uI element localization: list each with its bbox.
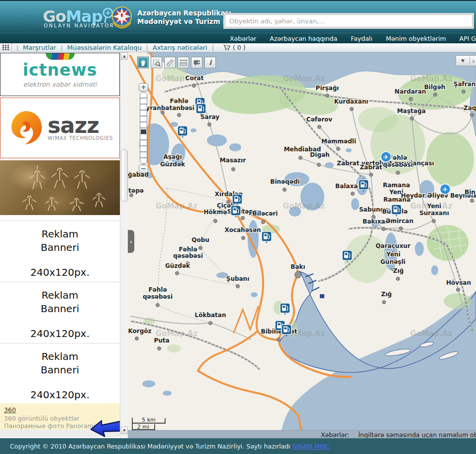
map-label: Məmmədli [321,138,356,145]
chevron-right-icon: › [472,57,475,65]
town-dot [326,94,329,98]
scale-km: 5 km [142,417,156,423]
link-search-results[interactable]: Axtarış nəticələri [153,44,207,51]
chevron-down-icon: ▼ [461,58,465,63]
map-label: Saray [200,114,219,120]
gas-station-marker[interactable] [232,194,242,206]
link-routes[interactable]: Marşrutlar [23,44,56,51]
cart-button[interactable]: ( 0 ) [223,44,246,51]
gas-station-marker[interactable] [178,126,188,138]
gas-station-marker[interactable] [391,205,401,217]
ruler-tool-button[interactable] [164,57,176,68]
scroll-down-button[interactable]: ▼ [121,427,128,434]
zoom-in-button[interactable]: + [139,83,148,92]
map-label: Hövsan [446,279,471,286]
town-dot [396,277,400,281]
town-dot [241,217,245,220]
petroglyph-figures [0,160,120,215]
town-dot [236,285,240,288]
measure-tool-button[interactable] [178,57,189,68]
town-dot [295,272,301,278]
sidebar-scrollbar[interactable]: ▲ ▼ [120,52,128,437]
pan-tool-button[interactable] [137,57,149,68]
search-input[interactable] [225,14,473,27]
gas-station-marker[interactable] [196,104,206,115]
menu-item-about-azerbaijan[interactable]: Azərbaycan haqqında [270,35,337,42]
map-label: Günəşli [381,258,405,265]
map-label: Güzdək [160,161,186,168]
map-label: Fəhlə [170,98,188,105]
ad-banner-sazz[interactable]: sazz WIMAX TECHNOLOGIES [0,98,120,158]
menu-item-news[interactable]: Xəbərlər [230,35,256,42]
zoom-select-tool-button[interactable] [151,57,162,68]
link-business-catalog[interactable]: Müəssisələrin Kataloqu [67,44,142,51]
banner-line2: Banneri [0,363,120,377]
town-dot [178,114,181,117]
map-label: Cəfərov [306,116,332,123]
gas-station-marker[interactable] [282,325,291,337]
scrollbar-thumb[interactable] [121,149,128,202]
scroll-up-button[interactable]: ▲ [121,52,128,60]
town-dot [350,108,354,111]
map-label: Qobu [191,236,209,243]
map-label: Zabrat [360,164,382,171]
menu-item-my-objects[interactable]: Mənim obyektlərim [386,35,446,42]
ad-placeholder-banner[interactable]: Reklam Banneri 240x120px. [0,343,120,404]
ad-placeholder-banner[interactable]: Reklam Banneri 240x120px. [0,282,120,342]
panorama-360-link[interactable]: 360 [4,406,16,414]
town-dot [176,272,179,275]
zoom-out-button[interactable]: − [139,165,148,173]
zoom-box-icon [152,58,161,67]
ad-banner-ictnews[interactable]: ictnews elektron xəbər xidməti [0,53,120,96]
town-dot [432,220,436,223]
sazz-title: sazz [48,115,113,135]
menu-item-api[interactable]: API GoMap [460,35,476,42]
map-label: Pirşağı [316,85,339,92]
svg-text:i: i [209,59,212,66]
ictnews-logo-icon [46,53,75,60]
gas-station-marker[interactable] [280,303,290,315]
map-label: çtəpə [128,187,144,194]
map-watermark: GoMap.Az [410,74,453,83]
gas-station-marker[interactable] [262,231,272,243]
gas-station-marker[interactable] [359,180,369,192]
gas-station-marker[interactable] [342,250,352,262]
banner-line2: Banneri [0,241,120,254]
info-tool-button[interactable]: i [204,57,216,68]
news-ticker[interactable]: Xəbərlər:İngiltərə səmasında uçan naməlu… [128,430,476,438]
map-watermark: GoMap.Az [283,74,325,83]
layer-dropdown-button[interactable]: ▼ › [456,55,476,66]
ictnews-subtitle: elektron xəbər xidməti [0,81,119,88]
map-label: Yeni [386,251,400,258]
add-comment-tool-button[interactable] [191,57,202,68]
cart-icon [223,44,231,51]
town-dot [192,84,196,88]
ad-placeholder-banner[interactable]: Reklam Banneri 240x120px. [0,221,120,281]
banner-line1: Reklam [0,350,120,363]
menu-item-useful[interactable]: Faydalı [351,35,373,42]
ticker-label: Xəbərlər: [321,431,349,438]
grid-menu-button[interactable] [0,43,12,52]
map-label: Ramana [383,182,410,189]
zoom-slider[interactable] [140,92,147,164]
secondary-toolbar: | Marşrutlar | Müəssisələrin Kataloqu | … [0,43,476,52]
zoom-level-indicator[interactable] [141,129,146,134]
town-dot [283,188,286,192]
ad-banner-petroglyph-photo[interactable] [0,160,120,215]
copyright-text: Copyright © 2010 Azərbaycan Respublikası… [10,443,292,450]
dropdown-divider [470,57,470,65]
map-canvas[interactable]: ✈ [128,52,476,430]
banner-size: 240x120px. [0,388,120,402]
town-dot [462,90,466,94]
map-label: Korgöz [128,328,151,335]
map-label: Digah [310,151,329,158]
sinam-link[interactable]: SINAM MMC [292,443,330,450]
main-menu: Xəbərlər Azərbaycan haqqında Faydalı Mən… [0,33,476,43]
town-dot [351,192,355,196]
sidebar-collapse-tab[interactable]: ‹ [128,230,134,253]
ad-sidebar: ictnews elektron xəbər xidməti sazz WIMA… [0,52,120,437]
search-box [223,13,474,29]
town-dot [209,322,212,325]
map-label: Bakı [290,263,305,270]
gas-station-marker[interactable] [231,206,241,218]
